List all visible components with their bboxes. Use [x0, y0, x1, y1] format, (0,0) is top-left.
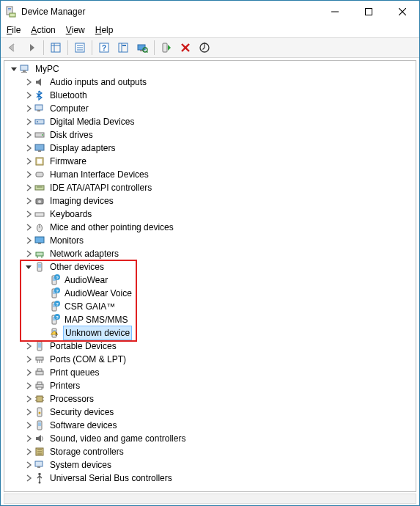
expander-closed-icon[interactable] — [23, 143, 34, 153]
device-tree[interactable]: MyPC Audio inputs and outputsBluetoothCo… — [4, 62, 416, 485]
back-button[interactable] — [4, 39, 21, 56]
tree-category-firmware[interactable]: Firmware — [4, 155, 416, 168]
tree-category-printqueues[interactable]: Print queues — [4, 366, 416, 379]
expander-closed-icon[interactable] — [23, 367, 34, 378]
tree-category-computer[interactable]: Computer — [4, 102, 416, 115]
other-icon — [34, 261, 45, 273]
tree-item-audiowear[interactable]: ?AudioWear — [4, 274, 416, 287]
tree-category-label: Disk drives — [48, 128, 95, 142]
help-button[interactable]: ? — [95, 39, 113, 56]
expander-closed-icon[interactable] — [23, 169, 34, 180]
tree-category-security[interactable]: Security devices — [4, 406, 416, 419]
expander-closed-icon[interactable] — [23, 433, 34, 444]
update-driver-button[interactable] — [196, 39, 213, 56]
expander-closed-icon[interactable] — [23, 156, 34, 166]
menu-help[interactable]: Help — [95, 25, 114, 35]
tree-category-label: Software devices — [48, 419, 118, 432]
expander-open-icon[interactable] — [23, 262, 34, 272]
expander-closed-icon[interactable] — [23, 209, 34, 219]
svg-rect-37 — [35, 144, 44, 150]
svg-rect-52 — [36, 252, 43, 256]
tree-category-monitors[interactable]: Monitors — [4, 234, 416, 247]
tree-category-label: Computer — [48, 102, 90, 115]
tree-item-unknown[interactable]: !Unknown device — [4, 326, 416, 340]
svg-rect-51 — [38, 243, 41, 244]
expander-closed-icon[interactable] — [23, 354, 34, 364]
expander-closed-icon[interactable] — [23, 473, 34, 483]
expander-closed-icon[interactable] — [23, 249, 34, 259]
dmd-icon — [34, 116, 45, 128]
expander-open-icon[interactable] — [9, 64, 19, 74]
tree-item-map[interactable]: ?MAP SMS/MMS — [4, 313, 416, 326]
svg-point-34 — [37, 121, 38, 122]
maximize-button[interactable] — [352, 1, 386, 23]
tree-item-audiowear_voice[interactable]: ?AudioWear Voice — [4, 287, 416, 300]
expander-closed-icon[interactable] — [23, 77, 34, 87]
tree-category-dmd[interactable]: Digital Media Devices — [4, 115, 416, 128]
system-icon — [34, 459, 45, 471]
expander-closed-icon[interactable] — [23, 183, 34, 193]
tree-category-bluetooth[interactable]: Bluetooth — [4, 89, 416, 102]
expander-closed-icon[interactable] — [23, 117, 34, 127]
portable-icon — [34, 340, 45, 352]
expander-closed-icon[interactable] — [23, 341, 34, 351]
tree-root-row[interactable]: MyPC — [4, 62, 416, 76]
tree-category-label: System devices — [48, 458, 113, 472]
toolbar: ? — [1, 37, 419, 58]
tree-category-mice[interactable]: Mice and other pointing devices — [4, 221, 416, 234]
tree-category-processors[interactable]: Processors — [4, 392, 416, 406]
uninstall-device-button[interactable] — [177, 39, 194, 56]
tree-category-imaging[interactable]: Imaging devices — [4, 194, 416, 208]
close-button[interactable] — [386, 1, 419, 23]
tree-item-label: AudioWear — [63, 274, 109, 287]
expander-closed-icon[interactable] — [23, 130, 34, 140]
menu-file[interactable]: File — [7, 25, 21, 35]
tree-category-ide[interactable]: IDE ATA/ATAPI controllers — [4, 181, 416, 194]
expander-closed-icon[interactable] — [23, 447, 34, 457]
properties-button[interactable] — [71, 39, 89, 56]
tree-category-other[interactable]: Other devices — [4, 260, 416, 274]
enable-device-button[interactable] — [158, 39, 175, 56]
window-title: Device Manager — [21, 7, 318, 17]
expander-closed-icon[interactable] — [23, 235, 34, 246]
expander-closed-icon[interactable] — [23, 103, 34, 114]
tree-category-system[interactable]: System devices — [4, 458, 416, 472]
svg-text:?: ? — [56, 276, 59, 280]
expander-closed-icon[interactable] — [23, 407, 34, 417]
tree-category-label: Mice and other pointing devices — [48, 221, 175, 234]
tree-category-ports[interactable]: Ports (COM & LPT) — [4, 353, 416, 366]
tree-category-sound[interactable]: Sound, video and game controllers — [4, 432, 416, 445]
tree-category-portable[interactable]: Portable Devices — [4, 340, 416, 353]
forward-button[interactable] — [23, 39, 40, 56]
tree-category-usb[interactable]: Universal Serial Bus controllers — [4, 472, 416, 485]
expander-closed-icon[interactable] — [23, 222, 34, 232]
expander-closed-icon[interactable] — [23, 196, 34, 206]
tree-category-storage[interactable]: Storage controllers — [4, 445, 416, 458]
tree-category-label: Imaging devices — [48, 194, 115, 208]
tree-category-hid[interactable]: Human Interface Devices — [4, 168, 416, 181]
scan-hardware-button[interactable] — [133, 39, 151, 56]
tree-category-display[interactable]: Display adapters — [4, 142, 416, 155]
toolbar-button[interactable] — [114, 39, 132, 56]
svg-text:?: ? — [56, 315, 59, 320]
expander-closed-icon[interactable] — [23, 394, 34, 404]
tree-category-disk[interactable]: Disk drives — [4, 128, 416, 142]
tree-category-network[interactable]: Network adapters — [4, 247, 416, 260]
expander-closed-icon[interactable] — [23, 460, 34, 470]
tree-item-csr_gaia[interactable]: ?CSR GAIA™ — [4, 300, 416, 313]
tree-category-audio[interactable]: Audio inputs and outputs — [4, 76, 416, 89]
tree-category-printers[interactable]: Printers — [4, 379, 416, 392]
tree-category-keyboards[interactable]: Keyboards — [4, 208, 416, 221]
svg-text:?: ? — [56, 302, 59, 307]
svg-rect-32 — [37, 110, 40, 111]
expander-closed-icon[interactable] — [23, 90, 34, 100]
tree-category-software[interactable]: Software devices — [4, 419, 416, 432]
show-hide-tree-button[interactable] — [47, 39, 65, 56]
menu-view[interactable]: View — [66, 25, 85, 35]
minimize-button[interactable] — [318, 1, 352, 23]
menu-action[interactable]: Action — [31, 25, 55, 35]
expander-closed-icon[interactable] — [23, 420, 34, 430]
expander-closed-icon[interactable] — [23, 381, 34, 391]
svg-rect-56 — [38, 264, 41, 268]
software-icon — [34, 419, 45, 431]
